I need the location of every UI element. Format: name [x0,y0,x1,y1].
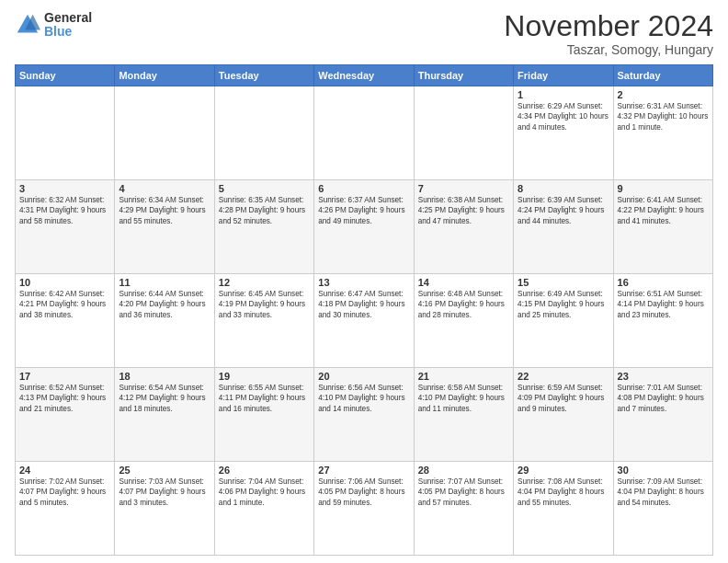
calendar-cell: 14Sunrise: 6:48 AM Sunset: 4:16 PM Dayli… [414,274,513,368]
logo-general: General [44,11,92,25]
calendar-week-5: 24Sunrise: 7:02 AM Sunset: 4:07 PM Dayli… [16,462,713,556]
day-number: 20 [318,371,409,382]
calendar-cell: 22Sunrise: 6:59 AM Sunset: 4:09 PM Dayli… [514,368,613,462]
day-info: Sunrise: 6:34 AM Sunset: 4:29 PM Dayligh… [119,195,210,226]
col-thursday: Thursday [414,65,513,86]
calendar-week-1: 1Sunrise: 6:29 AM Sunset: 4:34 PM Daylig… [16,86,713,180]
day-number: 28 [418,465,509,476]
calendar-header-row: Sunday Monday Tuesday Wednesday Thursday… [16,65,713,86]
calendar-cell: 25Sunrise: 7:03 AM Sunset: 4:07 PM Dayli… [115,462,214,556]
calendar-cell: 29Sunrise: 7:08 AM Sunset: 4:04 PM Dayli… [514,462,613,556]
calendar-cell: 16Sunrise: 6:51 AM Sunset: 4:14 PM Dayli… [613,274,712,368]
calendar-cell: 13Sunrise: 6:47 AM Sunset: 4:18 PM Dayli… [314,274,414,368]
day-info: Sunrise: 6:41 AM Sunset: 4:22 PM Dayligh… [618,195,709,226]
day-number: 5 [219,183,310,194]
calendar-cell: 5Sunrise: 6:35 AM Sunset: 4:28 PM Daylig… [214,180,313,274]
calendar-cell: 2Sunrise: 6:31 AM Sunset: 4:32 PM Daylig… [613,86,712,180]
col-monday: Monday [115,65,214,86]
calendar-cell: 1Sunrise: 6:29 AM Sunset: 4:34 PM Daylig… [514,86,613,180]
day-info: Sunrise: 6:58 AM Sunset: 4:10 PM Dayligh… [418,383,509,414]
calendar-cell: 20Sunrise: 6:56 AM Sunset: 4:10 PM Dayli… [314,368,414,462]
calendar-cell: 4Sunrise: 6:34 AM Sunset: 4:29 PM Daylig… [115,180,214,274]
day-number: 7 [418,183,509,194]
calendar-cell: 27Sunrise: 7:06 AM Sunset: 4:05 PM Dayli… [314,462,414,556]
page: General Blue November 2024 Taszar, Somog… [0,0,728,563]
day-number: 29 [518,465,609,476]
day-info: Sunrise: 7:02 AM Sunset: 4:07 PM Dayligh… [19,477,110,508]
day-number: 14 [418,277,509,288]
day-info: Sunrise: 7:06 AM Sunset: 4:05 PM Dayligh… [318,477,409,508]
day-number: 3 [19,183,110,194]
day-number: 6 [318,183,409,194]
calendar: Sunday Monday Tuesday Wednesday Thursday… [15,64,713,556]
calendar-cell [414,86,513,180]
day-number: 15 [518,277,609,288]
day-number: 1 [518,89,609,100]
day-info: Sunrise: 6:44 AM Sunset: 4:20 PM Dayligh… [119,289,210,320]
calendar-cell: 10Sunrise: 6:42 AM Sunset: 4:21 PM Dayli… [16,274,115,368]
logo-icon [15,12,40,38]
day-info: Sunrise: 7:01 AM Sunset: 4:08 PM Dayligh… [618,383,709,414]
calendar-cell: 11Sunrise: 6:44 AM Sunset: 4:20 PM Dayli… [115,274,214,368]
calendar-cell: 15Sunrise: 6:49 AM Sunset: 4:15 PM Dayli… [514,274,613,368]
calendar-cell: 21Sunrise: 6:58 AM Sunset: 4:10 PM Dayli… [414,368,513,462]
day-info: Sunrise: 6:56 AM Sunset: 4:10 PM Dayligh… [318,383,409,414]
day-number: 10 [19,277,110,288]
main-title: November 2024 [504,11,713,40]
day-info: Sunrise: 6:32 AM Sunset: 4:31 PM Dayligh… [19,195,110,226]
day-info: Sunrise: 6:55 AM Sunset: 4:11 PM Dayligh… [219,383,310,414]
calendar-week-2: 3Sunrise: 6:32 AM Sunset: 4:31 PM Daylig… [16,180,713,274]
day-number: 25 [119,465,210,476]
day-number: 22 [518,371,609,382]
calendar-cell [314,86,414,180]
day-number: 8 [518,183,609,194]
day-number: 30 [618,465,709,476]
day-info: Sunrise: 6:49 AM Sunset: 4:15 PM Dayligh… [518,289,609,320]
title-block: November 2024 Taszar, Somogy, Hungary [504,11,713,57]
calendar-cell: 7Sunrise: 6:38 AM Sunset: 4:25 PM Daylig… [414,180,513,274]
day-number: 21 [418,371,509,382]
day-number: 16 [618,277,709,288]
day-info: Sunrise: 6:38 AM Sunset: 4:25 PM Dayligh… [418,195,509,226]
calendar-week-4: 17Sunrise: 6:52 AM Sunset: 4:13 PM Dayli… [16,368,713,462]
day-info: Sunrise: 6:37 AM Sunset: 4:26 PM Dayligh… [318,195,409,226]
calendar-cell [16,86,115,180]
day-info: Sunrise: 6:31 AM Sunset: 4:32 PM Dayligh… [618,101,709,132]
day-number: 27 [318,465,409,476]
logo: General Blue [15,11,92,40]
calendar-cell: 24Sunrise: 7:02 AM Sunset: 4:07 PM Dayli… [16,462,115,556]
day-info: Sunrise: 7:09 AM Sunset: 4:04 PM Dayligh… [618,477,709,508]
day-number: 9 [618,183,709,194]
day-info: Sunrise: 7:08 AM Sunset: 4:04 PM Dayligh… [518,477,609,508]
calendar-cell [115,86,214,180]
day-info: Sunrise: 6:48 AM Sunset: 4:16 PM Dayligh… [418,289,509,320]
calendar-week-3: 10Sunrise: 6:42 AM Sunset: 4:21 PM Dayli… [16,274,713,368]
day-number: 4 [119,183,210,194]
day-number: 17 [19,371,110,382]
subtitle: Taszar, Somogy, Hungary [504,42,713,57]
day-number: 18 [119,371,210,382]
day-info: Sunrise: 6:42 AM Sunset: 4:21 PM Dayligh… [19,289,110,320]
calendar-cell: 28Sunrise: 7:07 AM Sunset: 4:05 PM Dayli… [414,462,513,556]
calendar-cell: 12Sunrise: 6:45 AM Sunset: 4:19 PM Dayli… [214,274,313,368]
day-info: Sunrise: 6:59 AM Sunset: 4:09 PM Dayligh… [518,383,609,414]
day-info: Sunrise: 6:52 AM Sunset: 4:13 PM Dayligh… [19,383,110,414]
day-number: 24 [19,465,110,476]
header: General Blue November 2024 Taszar, Somog… [15,11,713,57]
day-number: 19 [219,371,310,382]
day-info: Sunrise: 7:03 AM Sunset: 4:07 PM Dayligh… [119,477,210,508]
day-number: 11 [119,277,210,288]
calendar-cell: 9Sunrise: 6:41 AM Sunset: 4:22 PM Daylig… [613,180,712,274]
day-number: 13 [318,277,409,288]
col-tuesday: Tuesday [214,65,313,86]
day-info: Sunrise: 6:51 AM Sunset: 4:14 PM Dayligh… [618,289,709,320]
day-info: Sunrise: 7:04 AM Sunset: 4:06 PM Dayligh… [219,477,310,508]
calendar-cell: 8Sunrise: 6:39 AM Sunset: 4:24 PM Daylig… [514,180,613,274]
calendar-cell: 6Sunrise: 6:37 AM Sunset: 4:26 PM Daylig… [314,180,414,274]
calendar-cell: 26Sunrise: 7:04 AM Sunset: 4:06 PM Dayli… [214,462,313,556]
calendar-cell: 30Sunrise: 7:09 AM Sunset: 4:04 PM Dayli… [613,462,712,556]
calendar-cell: 17Sunrise: 6:52 AM Sunset: 4:13 PM Dayli… [16,368,115,462]
day-info: Sunrise: 6:39 AM Sunset: 4:24 PM Dayligh… [518,195,609,226]
logo-text: General Blue [44,11,92,40]
day-info: Sunrise: 7:07 AM Sunset: 4:05 PM Dayligh… [418,477,509,508]
